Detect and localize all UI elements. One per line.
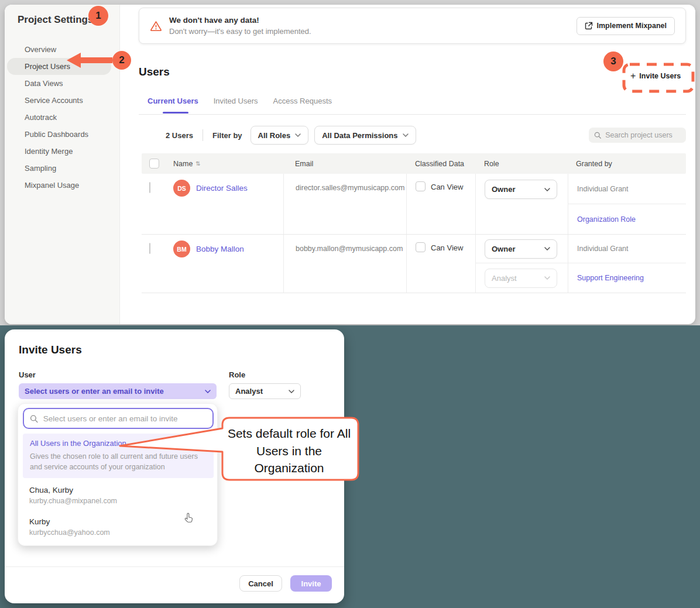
users-table: Name⇅ Email Classified Data Role Granted… xyxy=(142,153,686,293)
col-header-name[interactable]: Name⇅ xyxy=(173,153,283,174)
page-title: Users xyxy=(139,66,686,78)
active-tab-underline xyxy=(163,112,188,114)
annotation-arrow-icon xyxy=(67,53,112,68)
sidebar-item-identity-merge[interactable]: Identity Merge xyxy=(5,143,119,160)
modal-title: Invite Users xyxy=(19,343,82,356)
sidebar-item-data-views[interactable]: Data Views xyxy=(5,75,119,92)
user-name-link[interactable]: Bobby Mallon xyxy=(196,245,244,253)
col-header-granted: Granted by xyxy=(568,153,686,174)
chevron-down-icon xyxy=(205,390,211,393)
col-header-email: Email xyxy=(283,153,406,174)
filter-row: 2 Users Filter by All Roles All Data Per… xyxy=(139,126,686,145)
annotation-step-3: 3 xyxy=(603,51,623,71)
annotation-callout-text: Sets default role for All Users in the O… xyxy=(227,425,351,477)
users-tabs: Current Users Invited Users Access Reque… xyxy=(139,97,686,105)
cancel-button[interactable]: Cancel xyxy=(239,575,282,592)
search-project-users[interactable] xyxy=(589,128,686,143)
sort-icon: ⇅ xyxy=(195,160,200,167)
table-row: BM Bobby Mallon bobby.mallon@mymusicapp.… xyxy=(142,235,686,293)
tab-access-requests[interactable]: Access Requests xyxy=(273,97,332,105)
chevron-down-icon xyxy=(544,247,550,250)
can-view-label: Can View xyxy=(431,243,463,252)
filter-by-label: Filter by xyxy=(212,131,242,140)
option-user-email: kurby.chua@mixpanel.com xyxy=(29,497,117,505)
permissions-filter-dropdown[interactable]: All Data Permissions xyxy=(314,126,416,145)
col-header-classified: Classified Data xyxy=(406,153,475,174)
avatar: BM xyxy=(173,241,190,257)
search-input[interactable] xyxy=(605,131,681,139)
granted-by-value: Individual Grant xyxy=(577,185,629,193)
user-name-link[interactable]: Director Salles xyxy=(196,184,248,193)
can-view-checkbox[interactable] xyxy=(416,181,426,191)
granted-by-value: Individual Grant xyxy=(577,245,629,253)
option-user-email: kurbycchua@yahoo.com xyxy=(29,528,110,537)
table-row: DS Director Salles director.salles@mymus… xyxy=(142,174,686,235)
chevron-down-icon xyxy=(544,188,550,191)
search-icon xyxy=(30,414,38,423)
roles-filter-dropdown[interactable]: All Roles xyxy=(251,126,309,145)
chevron-down-icon xyxy=(289,390,294,393)
option-user[interactable]: Kurby xyxy=(29,517,50,526)
search-icon xyxy=(594,131,601,139)
role-select-dropdown[interactable]: Analyst xyxy=(229,383,301,399)
tab-current-users[interactable]: Current Users xyxy=(147,97,198,105)
sidebar-item-sampling[interactable]: Sampling xyxy=(5,160,119,177)
user-count: 2 Users xyxy=(166,131,193,140)
modal-footer-divider xyxy=(5,566,344,567)
row-checkbox[interactable] xyxy=(149,182,150,193)
role-dropdown[interactable]: Owner xyxy=(485,180,557,199)
option-user[interactable]: Chua, Kurby xyxy=(29,486,73,494)
sidebar-item-service-accounts[interactable]: Service Accounts xyxy=(5,92,119,109)
annotation-step-1: 1 xyxy=(88,6,108,26)
banner-title: We don't have any data! xyxy=(169,16,311,25)
annotation-step-2: 2 xyxy=(112,51,131,70)
chevron-down-icon xyxy=(295,133,301,137)
support-engineering-link[interactable]: Support Engineering xyxy=(577,274,644,282)
sidebar-item-autotrack[interactable]: Autotrack xyxy=(5,109,119,126)
chevron-down-icon xyxy=(403,133,409,137)
user-select-dropdown[interactable]: Select users or enter an email to invite xyxy=(19,383,217,399)
user-field-label: User xyxy=(19,370,36,379)
tabs-divider xyxy=(139,114,686,115)
row-checkbox[interactable] xyxy=(149,243,150,254)
organization-role-link[interactable]: Organization Role xyxy=(577,215,636,224)
can-view-label: Can View xyxy=(431,183,463,191)
warning-icon xyxy=(150,20,162,32)
role-dropdown[interactable]: Owner xyxy=(485,239,557,259)
avatar: DS xyxy=(173,180,190,197)
plus-icon: + xyxy=(630,71,636,81)
user-email: bobby.mallon@mymusicapp.com xyxy=(283,235,406,293)
user-email: director.salles@mymusicapp.com xyxy=(283,174,406,234)
tab-invited-users[interactable]: Invited Users xyxy=(214,97,258,105)
no-data-banner: We don't have any data! Don't worry—it's… xyxy=(139,8,686,44)
role-field-label: Role xyxy=(229,370,245,379)
sidebar-item-public-dashboards[interactable]: Public Dashboards xyxy=(5,126,119,143)
invite-button[interactable]: Invite xyxy=(290,575,332,592)
role-dropdown-disabled: Analyst xyxy=(485,269,557,288)
implement-mixpanel-button[interactable]: Implement Mixpanel xyxy=(577,17,675,35)
col-header-role: Role xyxy=(475,153,568,174)
chevron-down-icon xyxy=(544,276,550,280)
table-header-row: Name⇅ Email Classified Data Role Granted… xyxy=(142,153,686,174)
can-view-checkbox[interactable] xyxy=(416,242,426,252)
external-link-icon xyxy=(585,22,593,30)
invite-users-button[interactable]: + Invite Users xyxy=(630,71,681,81)
select-all-checkbox[interactable] xyxy=(149,159,159,169)
banner-subtitle: Don't worry—it's easy to get implemented… xyxy=(169,27,311,36)
cursor-hand-icon xyxy=(184,513,194,523)
sidebar-item-mixpanel-usage[interactable]: Mixpanel Usage xyxy=(5,177,119,194)
